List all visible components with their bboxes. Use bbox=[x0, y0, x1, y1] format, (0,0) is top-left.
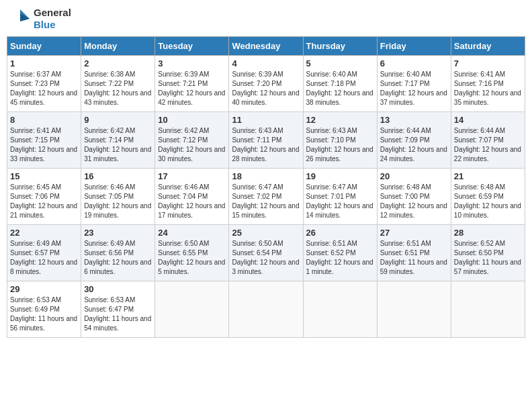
day-number: 13 bbox=[380, 115, 448, 125]
day-info: Sunrise: 6:51 AM Sunset: 6:52 PM Dayligh… bbox=[306, 239, 374, 277]
calendar-cell: 26 Sunrise: 6:51 AM Sunset: 6:52 PM Dayl… bbox=[303, 225, 377, 281]
day-info: Sunrise: 6:45 AM Sunset: 7:06 PM Dayligh… bbox=[10, 183, 78, 220]
day-number: 3 bbox=[158, 58, 226, 68]
day-number: 26 bbox=[306, 228, 374, 238]
day-number: 30 bbox=[84, 284, 152, 294]
calendar-cell: 13 Sunrise: 6:44 AM Sunset: 7:09 PM Dayl… bbox=[377, 112, 451, 169]
day-info: Sunrise: 6:51 AM Sunset: 6:51 PM Dayligh… bbox=[380, 239, 448, 277]
day-number: 7 bbox=[454, 58, 522, 68]
calendar-cell bbox=[155, 281, 229, 338]
day-number: 19 bbox=[306, 171, 374, 181]
day-header-monday: Monday bbox=[81, 37, 155, 56]
day-info: Sunrise: 6:41 AM Sunset: 7:16 PM Dayligh… bbox=[454, 70, 522, 107]
day-number: 17 bbox=[158, 171, 226, 181]
day-number: 20 bbox=[380, 171, 448, 181]
calendar-week-5: 29 Sunrise: 6:53 AM Sunset: 6:49 PM Dayl… bbox=[7, 281, 525, 338]
day-number: 9 bbox=[84, 115, 152, 125]
day-info: Sunrise: 6:47 AM Sunset: 7:02 PM Dayligh… bbox=[232, 183, 300, 220]
logo-text-blue: Blue bbox=[34, 19, 71, 31]
day-number: 14 bbox=[454, 115, 522, 125]
day-info: Sunrise: 6:48 AM Sunset: 7:00 PM Dayligh… bbox=[380, 183, 448, 220]
day-number: 11 bbox=[232, 115, 300, 125]
day-number: 24 bbox=[158, 228, 226, 238]
calendar-cell: 6 Sunrise: 6:40 AM Sunset: 7:17 PM Dayli… bbox=[377, 56, 451, 112]
day-info: Sunrise: 6:50 AM Sunset: 6:54 PM Dayligh… bbox=[232, 239, 300, 277]
calendar-cell: 3 Sunrise: 6:39 AM Sunset: 7:21 PM Dayli… bbox=[155, 56, 229, 112]
calendar-week-1: 1 Sunrise: 6:37 AM Sunset: 7:23 PM Dayli… bbox=[7, 56, 525, 112]
calendar-cell: 22 Sunrise: 6:49 AM Sunset: 6:57 PM Dayl… bbox=[7, 225, 81, 281]
day-info: Sunrise: 6:43 AM Sunset: 7:11 PM Dayligh… bbox=[232, 126, 300, 164]
day-header-tuesday: Tuesday bbox=[155, 37, 229, 56]
logo-text-general: General bbox=[34, 7, 71, 19]
day-info: Sunrise: 6:52 AM Sunset: 6:50 PM Dayligh… bbox=[454, 239, 522, 277]
day-info: Sunrise: 6:44 AM Sunset: 7:07 PM Dayligh… bbox=[454, 126, 522, 164]
day-number: 1 bbox=[10, 58, 78, 68]
calendar: SundayMondayTuesdayWednesdayThursdayFrid… bbox=[7, 36, 525, 338]
day-info: Sunrise: 6:43 AM Sunset: 7:10 PM Dayligh… bbox=[306, 126, 374, 164]
calendar-cell: 20 Sunrise: 6:48 AM Sunset: 7:00 PM Dayl… bbox=[377, 169, 451, 225]
day-header-sunday: Sunday bbox=[7, 37, 81, 56]
day-info: Sunrise: 6:40 AM Sunset: 7:18 PM Dayligh… bbox=[306, 70, 374, 107]
calendar-cell: 1 Sunrise: 6:37 AM Sunset: 7:23 PM Dayli… bbox=[7, 56, 81, 112]
calendar-cell: 4 Sunrise: 6:39 AM Sunset: 7:20 PM Dayli… bbox=[229, 56, 303, 112]
day-info: Sunrise: 6:38 AM Sunset: 7:22 PM Dayligh… bbox=[84, 70, 152, 107]
calendar-cell: 11 Sunrise: 6:43 AM Sunset: 7:11 PM Dayl… bbox=[229, 112, 303, 169]
calendar-week-4: 22 Sunrise: 6:49 AM Sunset: 6:57 PM Dayl… bbox=[7, 225, 525, 281]
day-number: 15 bbox=[10, 171, 78, 181]
calendar-cell: 12 Sunrise: 6:43 AM Sunset: 7:10 PM Dayl… bbox=[303, 112, 377, 169]
calendar-week-2: 8 Sunrise: 6:41 AM Sunset: 7:15 PM Dayli… bbox=[7, 112, 525, 169]
calendar-cell bbox=[377, 281, 451, 338]
calendar-cell: 29 Sunrise: 6:53 AM Sunset: 6:49 PM Dayl… bbox=[7, 281, 81, 338]
day-info: Sunrise: 6:50 AM Sunset: 6:55 PM Dayligh… bbox=[158, 239, 226, 277]
day-number: 18 bbox=[232, 171, 300, 181]
day-info: Sunrise: 6:37 AM Sunset: 7:23 PM Dayligh… bbox=[10, 70, 78, 107]
calendar-cell bbox=[451, 281, 525, 338]
day-number: 29 bbox=[10, 284, 78, 294]
day-number: 25 bbox=[232, 228, 300, 238]
day-info: Sunrise: 6:49 AM Sunset: 6:57 PM Dayligh… bbox=[10, 239, 78, 277]
day-header-thursday: Thursday bbox=[303, 37, 377, 56]
day-info: Sunrise: 6:49 AM Sunset: 6:56 PM Dayligh… bbox=[84, 239, 152, 277]
calendar-cell: 25 Sunrise: 6:50 AM Sunset: 6:54 PM Dayl… bbox=[229, 225, 303, 281]
day-number: 5 bbox=[306, 58, 374, 68]
day-number: 27 bbox=[380, 228, 448, 238]
day-info: Sunrise: 6:53 AM Sunset: 6:47 PM Dayligh… bbox=[84, 295, 152, 333]
calendar-cell: 19 Sunrise: 6:47 AM Sunset: 7:01 PM Dayl… bbox=[303, 169, 377, 225]
day-number: 10 bbox=[158, 115, 226, 125]
day-info: Sunrise: 6:48 AM Sunset: 6:59 PM Dayligh… bbox=[454, 183, 522, 220]
day-info: Sunrise: 6:47 AM Sunset: 7:01 PM Dayligh… bbox=[306, 183, 374, 220]
calendar-cell: 15 Sunrise: 6:45 AM Sunset: 7:06 PM Dayl… bbox=[7, 169, 81, 225]
calendar-cell: 23 Sunrise: 6:49 AM Sunset: 6:56 PM Dayl… bbox=[81, 225, 155, 281]
day-number: 4 bbox=[232, 58, 300, 68]
calendar-cell: 14 Sunrise: 6:44 AM Sunset: 7:07 PM Dayl… bbox=[451, 112, 525, 169]
calendar-cell bbox=[229, 281, 303, 338]
day-number: 28 bbox=[454, 228, 522, 238]
day-number: 23 bbox=[84, 228, 152, 238]
calendar-week-3: 15 Sunrise: 6:45 AM Sunset: 7:06 PM Dayl… bbox=[7, 169, 525, 225]
day-number: 21 bbox=[454, 171, 522, 181]
calendar-cell: 21 Sunrise: 6:48 AM Sunset: 6:59 PM Dayl… bbox=[451, 169, 525, 225]
calendar-cell: 18 Sunrise: 6:47 AM Sunset: 7:02 PM Dayl… bbox=[229, 169, 303, 225]
day-header-saturday: Saturday bbox=[451, 37, 525, 56]
calendar-cell: 5 Sunrise: 6:40 AM Sunset: 7:18 PM Dayli… bbox=[303, 56, 377, 112]
calendar-cell: 7 Sunrise: 6:41 AM Sunset: 7:16 PM Dayli… bbox=[451, 56, 525, 112]
calendar-cell: 9 Sunrise: 6:42 AM Sunset: 7:14 PM Dayli… bbox=[81, 112, 155, 169]
calendar-cell: 16 Sunrise: 6:46 AM Sunset: 7:05 PM Dayl… bbox=[81, 169, 155, 225]
calendar-cell: 8 Sunrise: 6:41 AM Sunset: 7:15 PM Dayli… bbox=[7, 112, 81, 169]
day-info: Sunrise: 6:41 AM Sunset: 7:15 PM Dayligh… bbox=[10, 126, 78, 164]
day-info: Sunrise: 6:46 AM Sunset: 7:04 PM Dayligh… bbox=[158, 183, 226, 220]
day-number: 6 bbox=[380, 58, 448, 68]
day-info: Sunrise: 6:44 AM Sunset: 7:09 PM Dayligh… bbox=[380, 126, 448, 164]
calendar-cell bbox=[303, 281, 377, 338]
day-header-wednesday: Wednesday bbox=[229, 37, 303, 56]
day-number: 2 bbox=[84, 58, 152, 68]
header: General Blue bbox=[7, 7, 525, 31]
day-header-friday: Friday bbox=[377, 37, 451, 56]
day-number: 16 bbox=[84, 171, 152, 181]
day-number: 12 bbox=[306, 115, 374, 125]
calendar-cell: 10 Sunrise: 6:42 AM Sunset: 7:12 PM Dayl… bbox=[155, 112, 229, 169]
day-info: Sunrise: 6:40 AM Sunset: 7:17 PM Dayligh… bbox=[380, 70, 448, 107]
day-info: Sunrise: 6:42 AM Sunset: 7:12 PM Dayligh… bbox=[158, 126, 226, 164]
calendar-cell: 2 Sunrise: 6:38 AM Sunset: 7:22 PM Dayli… bbox=[81, 56, 155, 112]
day-info: Sunrise: 6:42 AM Sunset: 7:14 PM Dayligh… bbox=[84, 126, 152, 164]
